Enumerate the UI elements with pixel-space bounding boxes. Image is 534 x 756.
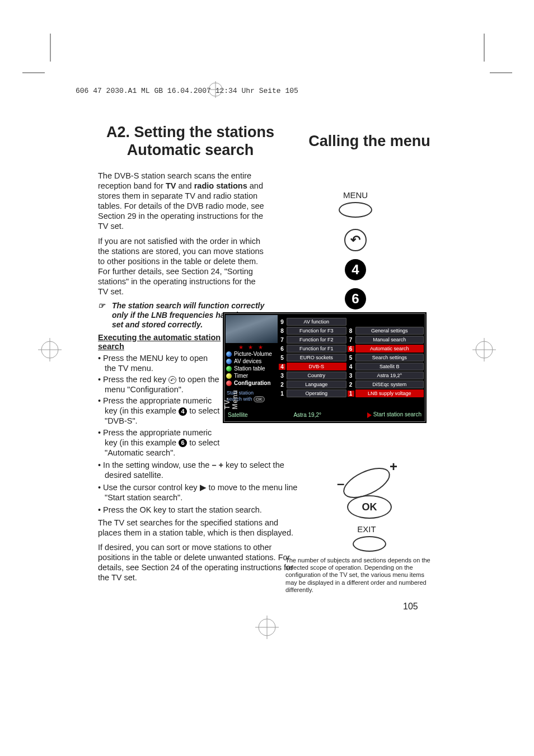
col1-item[interactable]: Operating xyxy=(287,389,346,397)
page-title-right: Calling the menu xyxy=(305,133,434,150)
header-crosshair xyxy=(207,81,224,100)
print-header: 606 47 2030.A1 ML GB 16.04.2007 12:34 Uh… xyxy=(76,87,298,95)
menu-configuration[interactable]: Configuration xyxy=(224,379,279,387)
col2-item[interactable]: DiSEqc system xyxy=(355,381,424,388)
yellow-dot-icon xyxy=(226,373,232,379)
tv-menu-column-2: 8General settings 7Manual search 6Automa… xyxy=(348,314,425,409)
preview-thumbnail xyxy=(226,315,278,343)
numeric-4-button[interactable]: 4 xyxy=(345,259,366,280)
step-6: • Use the cursor control key ▶ to move t… xyxy=(98,482,299,503)
exit-button-label: EXIT xyxy=(330,524,403,534)
tv-menu-bottom-bar: Satellite Astra 19,2° Start station sear… xyxy=(224,409,425,421)
green-dot-icon xyxy=(226,366,232,372)
blue-dot-icon xyxy=(226,351,232,357)
red-dot-icon xyxy=(226,381,232,386)
bottom-satellite-label: Satellite xyxy=(228,412,248,418)
page-number: 105 xyxy=(403,602,418,612)
menu-picture-volume[interactable]: Picture-Volume xyxy=(224,350,279,358)
footnote-text: The number of subjects and sections depe… xyxy=(285,557,431,594)
menu-button[interactable] xyxy=(339,202,372,218)
pointing-hand-icon: ☞ xyxy=(98,301,112,329)
col1-item[interactable]: EURO sockets xyxy=(287,354,346,361)
col2-item-auto-search[interactable]: Automatic search xyxy=(355,345,424,353)
col1-item[interactable]: AV function xyxy=(287,318,346,326)
page-title-left: A2. Setting the stations Automatic searc… xyxy=(98,123,283,159)
star-rating-icon: ★ ★ ★ xyxy=(224,344,279,350)
step-1: • Press the MENU key to open the TV menu… xyxy=(98,353,221,373)
step-2: • Press the red key ↶ to open the menu "… xyxy=(98,374,221,395)
ok-button[interactable]: OK xyxy=(347,495,392,519)
tv-menu-column-1: 9AV function 8Function for F3 7Function … xyxy=(279,314,348,409)
col1-item-dvbs[interactable]: DVB-S xyxy=(287,363,346,370)
num-circle-6: 6 xyxy=(179,439,187,447)
col2-item[interactable]: Search settings xyxy=(355,354,424,361)
svg-point-16 xyxy=(341,466,392,500)
menu-button-label: MENU xyxy=(322,190,389,200)
result-paragraph-1: The TV set searches for the specified st… xyxy=(98,518,299,538)
step-7: • Press the OK key to start the station … xyxy=(98,505,299,515)
play-triangle-icon xyxy=(367,412,372,418)
col1-item[interactable]: Function for F3 xyxy=(287,327,346,335)
menu-station-table[interactable]: Station table xyxy=(224,365,279,372)
rocker-outline xyxy=(341,466,392,500)
col2-item[interactable]: Manual search xyxy=(355,336,424,344)
col2-item[interactable]: Astra 19,2° xyxy=(355,372,424,379)
col2-item[interactable]: LNB supply voltage xyxy=(355,389,424,397)
col2-item[interactable]: Satellit B xyxy=(355,363,424,370)
procedure-list-wide: • In the setting window, use the – + key… xyxy=(98,460,299,515)
procedure-list-narrow: • Press the MENU key to open the TV menu… xyxy=(98,353,221,458)
col1-item[interactable]: Function for F1 xyxy=(287,345,346,353)
num-circle-4: 4 xyxy=(179,407,187,416)
col1-item[interactable]: Country xyxy=(287,372,346,379)
step-5: • In the setting window, use the – + key… xyxy=(98,460,299,480)
exit-button[interactable] xyxy=(353,536,386,552)
result-paragraph-2: If desired, you can sort or move station… xyxy=(98,542,299,583)
back-button[interactable]: ↶ xyxy=(344,229,367,251)
step-3: • Press the appropriate numeric key (in … xyxy=(98,396,221,426)
step-4: • Press the appropriate numeric key (in … xyxy=(98,428,221,458)
numeric-6-button[interactable]: 6 xyxy=(345,288,366,309)
remote-buttons: MENU ↶ 4 6 xyxy=(322,190,389,317)
tv-menu-overlay: TV-Menu ★ ★ ★ Picture-Volume AV devices … xyxy=(223,312,427,423)
menu-av-devices[interactable]: AV devices xyxy=(224,358,279,365)
back-key-icon: ↶ xyxy=(168,376,176,384)
blue-dot-icon xyxy=(226,359,232,364)
tv-menu-side-label: TV-Menu xyxy=(223,384,239,409)
col1-item[interactable]: Language xyxy=(287,381,346,388)
bottom-astra-label: Astra 19,2° xyxy=(293,412,321,418)
intro-paragraph-1: The DVB-S station search scans the entir… xyxy=(98,171,266,232)
menu-timer[interactable]: Timer xyxy=(224,372,279,379)
intro-paragraph-2: If you are not satisfied with the order … xyxy=(98,236,266,297)
col1-item[interactable]: Function for F2 xyxy=(287,336,346,344)
bottom-start-search[interactable]: Start station search xyxy=(367,411,421,417)
ok-pill-icon: OK xyxy=(254,396,265,403)
procedure-heading: Executing the automatic station search xyxy=(98,333,221,351)
back-arrow-icon: ↶ xyxy=(350,233,360,247)
col2-item[interactable]: General settings xyxy=(355,327,424,335)
right-arrow-icon: ▶ xyxy=(200,483,207,492)
